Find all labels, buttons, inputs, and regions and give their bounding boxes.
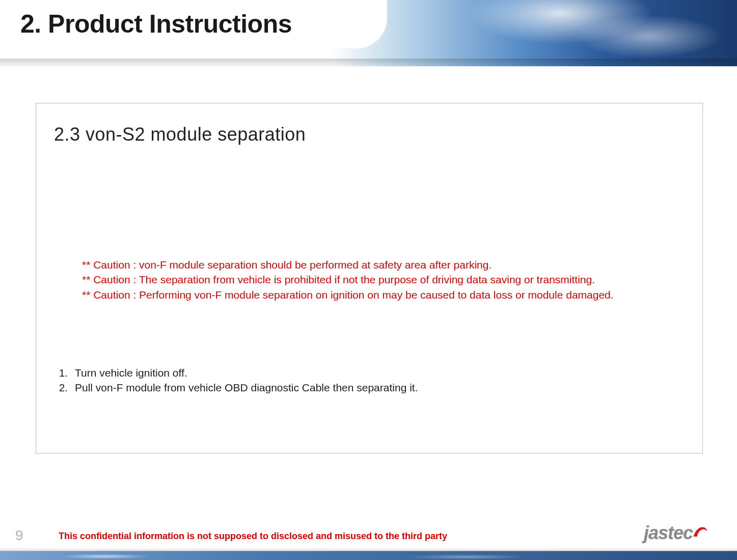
content-box: 2.3 von-S2 module separation ** Caution …: [36, 103, 703, 454]
page-title: 2. Product Instructions: [20, 9, 292, 39]
step-item: Pull von-F module from vehicle OBD diagn…: [71, 381, 687, 395]
section-title: 2.3 von-S2 module separation: [54, 124, 687, 145]
bottom-bar-highlight: [59, 554, 151, 559]
header-shadow: [0, 59, 737, 68]
bottom-bar: [0, 551, 737, 560]
confidential-note: This confidential information is not sup…: [59, 531, 447, 542]
caution-block: ** Caution : von-F module separation sho…: [82, 257, 687, 302]
swoosh-icon: [691, 523, 709, 541]
page-number: 9: [15, 527, 23, 544]
steps-list: Turn vehicle ignition off. Pull von-F mo…: [51, 366, 687, 395]
brand-logo-text: jastec: [644, 522, 693, 544]
brand-logo: jastec: [644, 521, 709, 544]
bottom-bar-highlight: [405, 554, 528, 559]
caution-line: ** Caution : von-F module separation sho…: [82, 257, 687, 272]
caution-line: ** Caution : The separation from vehicle…: [82, 272, 687, 287]
step-item: Turn vehicle ignition off.: [71, 366, 687, 380]
caution-line: ** Caution : Performing von-F module sep…: [82, 287, 687, 302]
